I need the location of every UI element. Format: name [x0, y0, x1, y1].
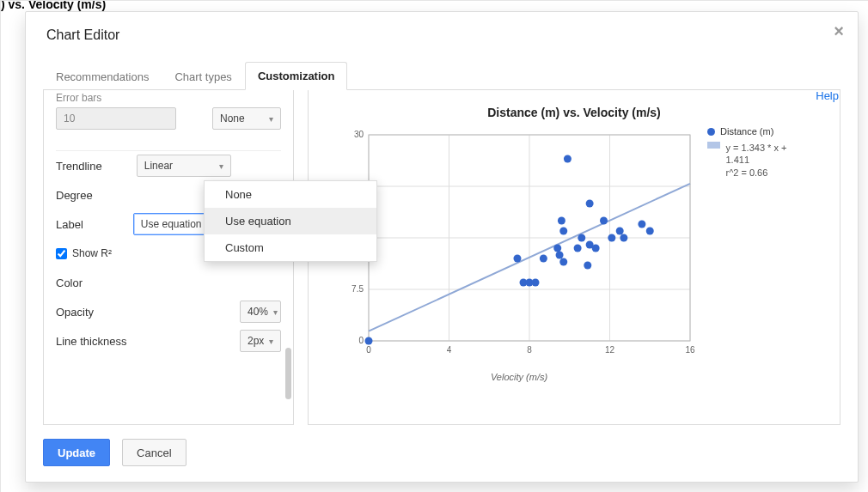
- tab-chart-types[interactable]: Chart types: [162, 63, 244, 90]
- degree-label: Degree: [56, 189, 93, 202]
- svg-point-43: [620, 234, 627, 242]
- label-dropdown: None Use equation Custom: [204, 180, 377, 262]
- scatter-chart: 048121607.51522.530: [329, 126, 699, 367]
- modal-title: Chart Editor: [26, 12, 858, 43]
- update-button[interactable]: Update: [43, 439, 110, 466]
- svg-point-36: [584, 262, 591, 270]
- scrollbar-thumb[interactable]: [285, 348, 291, 399]
- show-r2-label: Show R²: [72, 247, 112, 259]
- svg-text:0: 0: [358, 336, 364, 345]
- svg-text:4: 4: [447, 345, 452, 355]
- chart-editor-modal: × Chart Editor Recommendations Chart typ…: [25, 11, 859, 483]
- svg-point-40: [600, 217, 608, 225]
- trendline-select-value: Linear: [144, 160, 173, 172]
- svg-point-27: [540, 255, 547, 263]
- error-bars-select-value: None: [220, 112, 245, 125]
- svg-point-44: [638, 221, 645, 228]
- svg-point-32: [559, 258, 567, 266]
- chevron-down-icon: ▾: [269, 337, 273, 346]
- chevron-down-icon: ▾: [273, 307, 278, 317]
- svg-point-45: [646, 228, 654, 235]
- show-r2-input[interactable]: [56, 248, 67, 259]
- thickness-select-value: 2px: [248, 335, 264, 347]
- svg-point-35: [578, 234, 585, 242]
- svg-point-41: [608, 234, 615, 242]
- svg-point-31: [559, 228, 567, 235]
- svg-text:30: 30: [354, 130, 364, 139]
- cancel-button[interactable]: Cancel: [122, 439, 186, 466]
- chart-legend: Distance (m) y = 1.343 * x + 1.411 r^2 =…: [699, 126, 793, 184]
- opacity-label: Opacity: [56, 306, 94, 319]
- svg-point-33: [564, 155, 572, 163]
- label-option-none[interactable]: None: [205, 181, 376, 208]
- svg-point-26: [532, 279, 540, 287]
- close-icon[interactable]: ×: [834, 22, 844, 39]
- legend-dot-icon: [707, 128, 715, 136]
- legend-equation: y = 1.343 * x + 1.411: [725, 143, 786, 165]
- trendline-label: Trendline: [56, 160, 102, 173]
- x-axis-label: Velocity (m/s): [334, 372, 704, 382]
- tabs: Recommendations Chart types Customizatio…: [43, 60, 840, 90]
- svg-point-29: [556, 252, 564, 259]
- chart-preview-panel: Distance (m) vs. Velocity (m/s) ce (m) 0…: [308, 90, 840, 425]
- label-option-custom[interactable]: Custom: [205, 234, 376, 261]
- error-bars-select[interactable]: None ▾: [212, 107, 281, 130]
- svg-text:0: 0: [366, 345, 371, 355]
- svg-point-28: [553, 245, 561, 252]
- label-option-use-equation[interactable]: Use equation: [205, 208, 376, 234]
- svg-point-42: [616, 228, 624, 235]
- trendline-select[interactable]: Linear ▾: [137, 155, 231, 177]
- chevron-down-icon: ▾: [219, 161, 223, 171]
- error-bars-label-cut: Error bars: [56, 92, 281, 104]
- background-page-title: ) vs. Velocity (m/s): [1, 0, 106, 11]
- svg-point-37: [586, 200, 594, 208]
- legend-series-label: Distance (m): [720, 126, 773, 137]
- svg-text:7.5: 7.5: [351, 284, 364, 294]
- svg-text:12: 12: [605, 345, 615, 355]
- thickness-label: Line thickness: [56, 335, 126, 348]
- chart-title: Distance (m) vs. Velocity (m/s): [317, 106, 831, 119]
- legend-line-icon: [707, 142, 720, 149]
- legend-r2: r^2 = 0.66: [725, 167, 767, 178]
- opacity-select-value: 40%: [248, 306, 268, 318]
- label-label: Label: [56, 218, 83, 231]
- svg-point-30: [558, 217, 565, 225]
- thickness-select[interactable]: 2px ▾: [240, 330, 281, 352]
- chevron-down-icon: ▾: [269, 114, 273, 124]
- svg-point-34: [574, 245, 582, 252]
- opacity-select[interactable]: 40% ▾: [240, 301, 281, 323]
- svg-text:16: 16: [685, 345, 695, 355]
- color-label: Color: [56, 276, 83, 289]
- label-select-value: Use equation: [141, 218, 202, 230]
- svg-point-22: [365, 337, 373, 345]
- tab-recommendations[interactable]: Recommendations: [43, 63, 162, 90]
- tab-customization[interactable]: Customization: [245, 62, 348, 90]
- svg-point-39: [592, 245, 600, 252]
- svg-text:8: 8: [527, 345, 532, 355]
- show-r2-checkbox[interactable]: Show R²: [56, 247, 112, 259]
- error-bars-value-input[interactable]: [56, 107, 176, 130]
- svg-point-23: [513, 255, 521, 263]
